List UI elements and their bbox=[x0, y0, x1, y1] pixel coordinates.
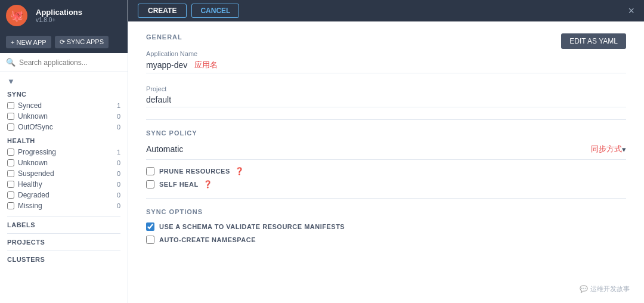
validate-schema-row: USE A SCHEMA TO VALIDATE RESOURCE MANIFE… bbox=[146, 222, 626, 231]
filter-missing-count: 0 bbox=[117, 202, 120, 209]
validate-schema-checkbox[interactable] bbox=[146, 222, 154, 231]
filter-outofsync-checkbox[interactable] bbox=[7, 123, 14, 131]
top-bar: CREATE CANCEL × bbox=[128, 0, 644, 21]
app-name-value: myapp-dev 应用名 bbox=[146, 60, 626, 73]
filter-unknown-sync-count: 0 bbox=[117, 113, 120, 120]
filter-progressing-label: Progressing bbox=[18, 148, 56, 156]
prune-resources-checkbox[interactable] bbox=[146, 167, 154, 175]
filter-row-outofsync: OutOfSync 0 bbox=[7, 122, 120, 132]
search-input[interactable] bbox=[19, 58, 122, 67]
avatar: 🐙 bbox=[6, 5, 27, 26]
cancel-button[interactable]: CANCEL bbox=[191, 4, 239, 18]
header-text: Applications v1.8.0+ bbox=[36, 8, 82, 23]
left-panel: 🐙 Applications v1.8.0+ + NEW APP ⟳ SYNC … bbox=[0, 0, 128, 303]
filter-missing-label: Missing bbox=[18, 202, 42, 210]
filter-icon: ▼ bbox=[7, 77, 120, 86]
labels-section-label: LABELS bbox=[7, 221, 120, 228]
filter-row-healthy: Healthy 0 bbox=[7, 179, 120, 190]
filter-progressing-checkbox[interactable] bbox=[7, 149, 14, 156]
sync-apps-button[interactable]: ⟳ SYNC APPS bbox=[55, 36, 109, 48]
filter-outofsync-count: 0 bbox=[117, 123, 120, 131]
auto-create-ns-checkbox[interactable] bbox=[146, 236, 154, 244]
filter-row-progressing: Progressing 1 bbox=[7, 147, 120, 157]
filter-unknown-health-count: 0 bbox=[117, 159, 120, 166]
self-heal-help-icon: ❓ bbox=[203, 180, 212, 188]
filter-row-unknown-sync: Unknown 0 bbox=[7, 111, 120, 122]
filter-outofsync-label: OutOfSync bbox=[18, 123, 53, 131]
general-section-title: GENERAL bbox=[146, 33, 626, 41]
sync-options-title: SYNC OPTIONS bbox=[146, 208, 626, 215]
app-title: Applications bbox=[36, 8, 82, 17]
sync-policy-annotation: 同步方式 bbox=[591, 144, 622, 154]
filter-suspended-label: Suspended bbox=[18, 169, 54, 178]
create-button[interactable]: CREATE bbox=[138, 4, 187, 18]
filter-row-degraded: Degraded 0 bbox=[7, 190, 120, 200]
sync-policy-value: Automatic bbox=[146, 144, 584, 154]
app-name-label: Application Name bbox=[146, 50, 626, 57]
filter-synced-count: 1 bbox=[117, 102, 120, 109]
validate-schema-label: USE A SCHEMA TO VALIDATE RESOURCE MANIFE… bbox=[159, 223, 345, 230]
close-button[interactable]: × bbox=[628, 5, 634, 16]
search-icon: 🔍 bbox=[6, 58, 16, 67]
filter-row-missing: Missing 0 bbox=[7, 200, 120, 211]
filter-healthy-checkbox[interactable] bbox=[7, 181, 14, 188]
filter-missing-checkbox[interactable] bbox=[7, 202, 14, 209]
filter-progressing-count: 1 bbox=[117, 149, 120, 156]
edit-yaml-button[interactable]: EDIT AS YAML bbox=[561, 33, 626, 49]
form-area: GENERAL EDIT AS YAML Application Name my… bbox=[128, 21, 644, 303]
project-field: Project default bbox=[146, 85, 626, 107]
project-text: default bbox=[146, 95, 171, 104]
project-value: default bbox=[146, 95, 626, 107]
sync-policy-row: Automatic 同步方式 ▾ bbox=[146, 144, 626, 160]
watermark-icon: 💬 bbox=[580, 285, 588, 293]
app-name-field: Application Name myapp-dev 应用名 bbox=[146, 50, 626, 73]
filter-synced-label: Synced bbox=[18, 101, 42, 110]
filter-unknown-sync-label: Unknown bbox=[18, 112, 48, 120]
main-content: CREATE CANCEL × GENERAL EDIT AS YAML App… bbox=[128, 0, 644, 303]
filter-unknown-sync-checkbox[interactable] bbox=[7, 113, 14, 120]
filter-degraded-label: Degraded bbox=[18, 191, 49, 199]
version-label: v1.8.0+ bbox=[36, 17, 82, 23]
health-section-label: HEALTH bbox=[7, 137, 120, 144]
filter-unknown-health-checkbox[interactable] bbox=[7, 159, 14, 166]
clusters-section-label: CLUSTERS bbox=[7, 256, 120, 263]
auto-create-ns-label: AUTO-CREATE NAMESPACE bbox=[159, 236, 256, 243]
search-bar: 🔍 bbox=[0, 53, 128, 72]
filter-healthy-count: 0 bbox=[117, 181, 120, 188]
left-panel-header: 🐙 Applications v1.8.0+ bbox=[0, 0, 128, 31]
filter-unknown-health-label: Unknown bbox=[18, 159, 48, 167]
filter-degraded-count: 0 bbox=[117, 191, 120, 199]
project-label: Project bbox=[146, 85, 626, 92]
self-heal-label: SELF HEAL bbox=[159, 181, 199, 188]
self-heal-checkbox[interactable] bbox=[146, 180, 154, 188]
prune-resources-label: PRUNE RESOURCES bbox=[159, 168, 230, 175]
filter-synced-checkbox[interactable] bbox=[7, 102, 14, 109]
filter-suspended-checkbox[interactable] bbox=[7, 170, 14, 177]
new-app-button[interactable]: + NEW APP bbox=[6, 36, 51, 48]
projects-section-label: PROJECTS bbox=[7, 239, 120, 246]
watermark: 💬 运维开发故事 bbox=[580, 285, 630, 293]
app-name-annotation: 应用名 bbox=[194, 60, 218, 70]
filter-healthy-label: Healthy bbox=[18, 180, 42, 188]
filter-row-suspended: Suspended 0 bbox=[7, 168, 120, 179]
filter-row-unknown-health: Unknown 0 bbox=[7, 157, 120, 168]
auto-create-ns-row: AUTO-CREATE NAMESPACE bbox=[146, 236, 626, 244]
self-heal-row: SELF HEAL ❓ bbox=[146, 180, 626, 188]
filter-row-synced: Synced 1 bbox=[7, 100, 120, 111]
prune-resources-row: PRUNE RESOURCES ❓ bbox=[146, 167, 626, 175]
watermark-text: 运维开发故事 bbox=[590, 285, 630, 293]
filter-degraded-checkbox[interactable] bbox=[7, 191, 14, 199]
prune-resources-help-icon: ❓ bbox=[235, 167, 244, 175]
filter-suspended-count: 0 bbox=[117, 170, 120, 177]
sync-section-label: SYNC bbox=[7, 91, 120, 98]
sync-policy-title: SYNC POLICY bbox=[146, 129, 626, 137]
app-name-text: myapp-dev bbox=[146, 60, 187, 70]
chevron-down-icon[interactable]: ▾ bbox=[622, 145, 626, 154]
filter-section: ▼ SYNC Synced 1 Unknown 0 OutOfSync 0 HE… bbox=[0, 72, 128, 303]
